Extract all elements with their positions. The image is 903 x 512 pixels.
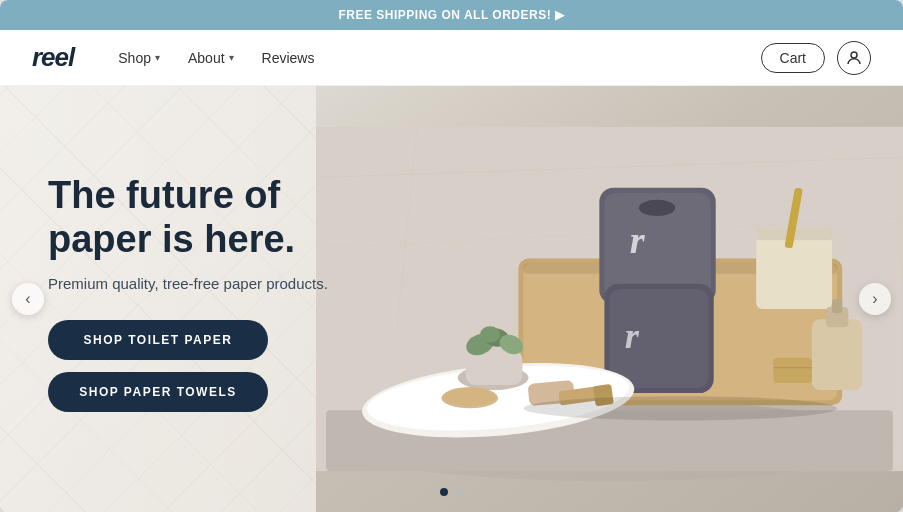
account-button[interactable] — [837, 41, 871, 75]
hero-headline-line2: paper is here. — [48, 218, 295, 260]
navbar: reel Shop ▾ About ▾ Reviews Cart — [0, 30, 903, 86]
announcement-text: FREE SHIPPING ON ALL ORDERS! ▶ — [338, 8, 564, 22]
nav-label-shop: Shop — [118, 50, 151, 66]
svg-rect-36 — [773, 358, 811, 383]
announcement-bar[interactable]: FREE SHIPPING ON ALL ORDERS! ▶ — [0, 0, 903, 30]
svg-rect-17 — [756, 228, 832, 309]
svg-point-38 — [524, 396, 838, 420]
product-illustration: r r — [316, 86, 903, 512]
nav-label-about: About — [188, 50, 225, 66]
site-logo[interactable]: reel — [32, 42, 74, 73]
nav-item-shop[interactable]: Shop ▾ — [106, 42, 172, 74]
carousel-next-button[interactable]: › — [859, 283, 891, 315]
browser-frame: FREE SHIPPING ON ALL ORDERS! ▶ reel Shop… — [0, 0, 903, 512]
svg-point-13 — [639, 200, 675, 216]
hero-content: The future of paper is here. Premium qua… — [0, 134, 376, 464]
svg-point-27 — [480, 326, 500, 342]
svg-rect-33 — [812, 319, 863, 390]
hero-headline: The future of paper is here. — [48, 174, 328, 261]
hero-section: r r — [0, 86, 903, 512]
chevron-right-icon: › — [872, 290, 877, 308]
carousel-dots — [440, 488, 464, 496]
chevron-down-icon: ▾ — [229, 52, 234, 63]
svg-point-0 — [851, 52, 857, 58]
shop-toilet-paper-button[interactable]: SHOP TOILET PAPER — [48, 320, 268, 360]
shop-paper-towels-button[interactable]: SHOP PAPER TOWELS — [48, 372, 268, 412]
nav-item-reviews[interactable]: Reviews — [250, 42, 327, 74]
nav-links: Shop ▾ About ▾ Reviews — [106, 42, 760, 74]
chevron-down-icon: ▾ — [155, 52, 160, 63]
hero-headline-line1: The future of — [48, 174, 280, 216]
cart-button[interactable]: Cart — [761, 43, 825, 73]
hero-subtext: Premium quality, tree-free paper product… — [48, 275, 328, 292]
svg-rect-35 — [832, 299, 842, 313]
nav-item-about[interactable]: About ▾ — [176, 42, 246, 74]
svg-text:r: r — [630, 219, 646, 261]
nav-label-reviews: Reviews — [262, 50, 315, 66]
hero-product-area: r r — [316, 86, 903, 512]
user-icon — [845, 49, 863, 67]
carousel-dot-1[interactable] — [440, 488, 448, 496]
carousel-dot-2[interactable] — [456, 488, 464, 496]
nav-actions: Cart — [761, 41, 871, 75]
svg-point-29 — [444, 387, 497, 405]
svg-text:r: r — [625, 316, 640, 356]
